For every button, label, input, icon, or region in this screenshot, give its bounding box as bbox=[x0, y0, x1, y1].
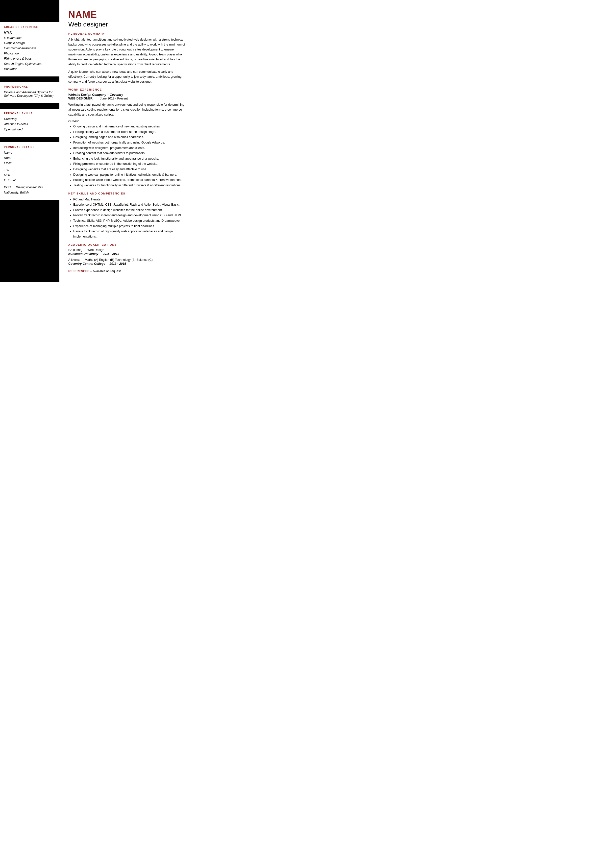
qual1-degree: BA (Hons) bbox=[68, 248, 82, 252]
duty-10: Designing web campaigns for online initi… bbox=[73, 172, 188, 177]
expertise-title: AREAS OF EXPERTISE bbox=[4, 26, 56, 28]
gap-1 bbox=[0, 76, 59, 82]
company1-job-line: WEB DESIGNER June 2018 - Present bbox=[68, 97, 188, 100]
duty-11: Building affiliate white-labels websites… bbox=[73, 177, 188, 183]
skill-5: Technical Skills: AS3, PHP, MySQL, Adobe… bbox=[73, 218, 188, 223]
qual1-uni: Nuneaton University bbox=[68, 252, 99, 256]
qual2-line: A levels: Maths (A) English (B) Technolo… bbox=[68, 258, 188, 262]
main-job-title: Web designer bbox=[68, 20, 188, 28]
gap-3 bbox=[0, 137, 59, 142]
qual2-label: A levels: bbox=[68, 258, 80, 262]
duties-list: Ongoing design and maintenance of new an… bbox=[68, 124, 188, 188]
expertise-item-7: Search Engine Optimisation bbox=[4, 62, 56, 65]
sidebar-personal-skills-section: PERSONAL SKILLS Creativity Attention to … bbox=[0, 108, 59, 137]
qual2-college-line: Coventry Central College 2013 - 2015 bbox=[68, 262, 188, 265]
work-experience-heading: WORK EXPERIENCE bbox=[68, 88, 188, 91]
skill-6: Experience of managing multiple projects… bbox=[73, 224, 188, 229]
personal-summary-heading: PERSONAL SUMMARY bbox=[68, 32, 188, 35]
company1-desc: Working in a fast paced, dynamic environ… bbox=[68, 102, 188, 117]
company1-name: Website Design Company – Coventry bbox=[68, 93, 188, 96]
skill-4: Proven track record in front end design … bbox=[73, 213, 188, 218]
personal-summary-p1: A bright, talented, ambitious and self-m… bbox=[68, 37, 188, 67]
duty-1: Ongoing design and maintenance of new an… bbox=[73, 124, 188, 129]
skill-3: Proven experience in design websites for… bbox=[73, 208, 188, 213]
professional-text: Diploma and Advanced Diploma for Softwar… bbox=[4, 91, 56, 98]
skill-item-3: Open minded bbox=[4, 128, 56, 131]
references-label: REFERENCES bbox=[68, 270, 89, 273]
detail-name: Name bbox=[4, 151, 56, 154]
duties-label: Duties: bbox=[68, 119, 188, 123]
expertise-item-3: Graphic design bbox=[4, 41, 56, 45]
qual2-dates: 2013 - 2015 bbox=[110, 262, 126, 265]
references-line: REFERENCES – Available on request. bbox=[68, 270, 188, 273]
key-skills-heading: KEY SKILLS AND COMPETENCIES bbox=[68, 192, 188, 195]
sidebar-professional-section: PROFESSIONAL Diploma and Advanced Diplom… bbox=[0, 82, 59, 103]
qual1-block: BA (Hons) Web Design Nuneaton University… bbox=[68, 248, 188, 256]
professional-title: PROFESSIONAL bbox=[4, 85, 56, 88]
sidebar-top-black bbox=[0, 0, 59, 22]
company1-role: WEB DESIGNER bbox=[68, 97, 93, 100]
detail-place: Place bbox=[4, 161, 56, 165]
qual1-dates: 2015 - 2018 bbox=[103, 252, 119, 256]
skill-1: PC and Mac literate. bbox=[73, 197, 188, 202]
qual2-block: A levels: Maths (A) English (B) Technolo… bbox=[68, 258, 188, 265]
sidebar-expertise-section: AREAS OF EXPERTISE HTML E-commerce Graph… bbox=[0, 22, 59, 76]
main-name: NAME bbox=[68, 9, 188, 20]
expertise-item-2: E-commerce bbox=[4, 36, 56, 40]
academic-heading: ACADEMIC QUALIFICATIONS bbox=[68, 243, 188, 246]
skill-7: Have a track record of high-quality web … bbox=[73, 229, 188, 239]
gap-2 bbox=[0, 103, 59, 108]
expertise-item-4: Commercial awareness bbox=[4, 46, 56, 50]
personal-details-title: PERSONAL DETAILS bbox=[4, 146, 56, 149]
duty-12: Testing websites for functionality in di… bbox=[73, 183, 188, 188]
references-text: – Available on request. bbox=[90, 270, 121, 273]
personal-summary-p2: A quick learner who can absorb new ideas… bbox=[68, 69, 188, 84]
expertise-item-8: Illustrator bbox=[4, 67, 56, 71]
skill-2: Experience of XHTML, CSS, JavaScript, Fl… bbox=[73, 202, 188, 207]
detail-t: T: 0 bbox=[4, 168, 56, 172]
skill-item-2: Attention to detail bbox=[4, 122, 56, 126]
qual1-line: BA (Hons) Web Design bbox=[68, 248, 188, 252]
duty-6: Creating content that converts visitors … bbox=[73, 151, 188, 156]
sidebar: AREAS OF EXPERTISE HTML E-commerce Graph… bbox=[0, 0, 59, 282]
sidebar-personal-details-section: PERSONAL DETAILS Name Road Place T: 0 M:… bbox=[0, 142, 59, 200]
detail-road: Road bbox=[4, 156, 56, 160]
duty-8: Fixing problems encountered in the funct… bbox=[73, 161, 188, 166]
detail-e: E: Email bbox=[4, 179, 56, 182]
main-content: NAME Web designer PERSONAL SUMMARY A bri… bbox=[59, 0, 197, 282]
qual2-subjects: Maths (A) English (B) Technology (B) Sci… bbox=[85, 258, 153, 262]
skill-item-1: Creativity bbox=[4, 117, 56, 121]
detail-nationality: Nationality: British bbox=[4, 191, 56, 194]
detail-dob: DOB: ... Driving license: Yes bbox=[4, 186, 56, 189]
detail-m: M: 0 bbox=[4, 174, 56, 177]
qual1-subject: Web Design bbox=[87, 248, 104, 252]
expertise-item-6: Fixing errors & bugs bbox=[4, 57, 56, 60]
duty-2: Liaising closely with a customer or clie… bbox=[73, 129, 188, 135]
expertise-item-5: Photoshop bbox=[4, 52, 56, 55]
duty-5: Interacting with designers, programmers … bbox=[73, 146, 188, 151]
duty-4: Promotion of websites both organically a… bbox=[73, 140, 188, 145]
duty-9: Designing websites that are easy and eff… bbox=[73, 167, 188, 172]
personal-skills-title: PERSONAL SKILLS bbox=[4, 112, 56, 115]
qual2-college: Coventry Central College bbox=[68, 262, 105, 265]
sidebar-bottom-black bbox=[0, 200, 59, 282]
qual1-uni-line: Nuneaton University 2015 - 2018 bbox=[68, 252, 188, 256]
duty-3: Designing landing pages and also email a… bbox=[73, 135, 188, 140]
company1-dates: June 2018 - Present bbox=[100, 97, 128, 100]
duty-7: Enhancing the look, functionality and ap… bbox=[73, 156, 188, 161]
expertise-item-1: HTML bbox=[4, 31, 56, 34]
key-skills-list: PC and Mac literate. Experience of XHTML… bbox=[68, 197, 188, 239]
